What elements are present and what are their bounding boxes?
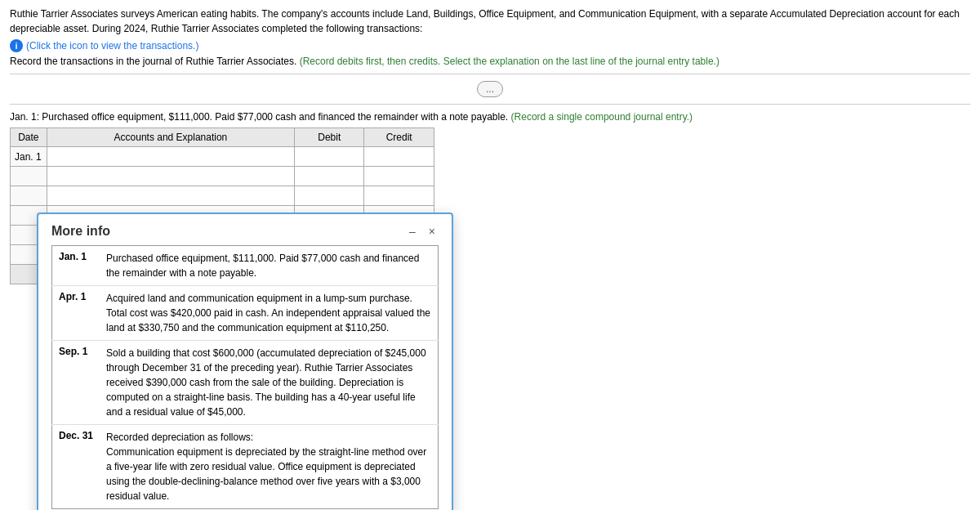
table-row	[11, 167, 434, 186]
table-row: Jan. 1	[11, 147, 434, 167]
date-header: Date	[11, 128, 47, 147]
accounts-cell-1[interactable]	[47, 147, 294, 167]
instruction-text: Record the transactions in the journal o…	[10, 56, 970, 67]
debit-header: Debit	[295, 128, 364, 147]
info-link[interactable]: (Click the icon to view the transactions…	[26, 40, 198, 51]
credit-input-3[interactable]	[364, 186, 434, 205]
accounts-input-2[interactable]	[47, 167, 294, 186]
date-cell-2	[11, 167, 47, 186]
modal-title: More info	[51, 224, 110, 239]
modal-minimize-button[interactable]: –	[406, 226, 419, 237]
credit-input-2[interactable]	[364, 167, 434, 186]
more-info-modal: More info – × Jan. 1 Purchased office eq…	[37, 212, 453, 304]
modal-entry-date: Jan. 1	[52, 246, 100, 286]
jan-label: Jan. 1: Purchased office equipment, $111…	[10, 111, 970, 123]
divider	[10, 74, 970, 74]
modal-entry-desc: Acquired land and communication equipmen…	[100, 286, 438, 305]
divider-2	[10, 104, 970, 105]
credit-input-1[interactable]	[364, 147, 434, 166]
modal-close-button[interactable]: ×	[425, 226, 439, 237]
modal-entry-row: Apr. 1 Acquired land and communication e…	[52, 286, 439, 305]
debit-input-2[interactable]	[295, 167, 363, 186]
credit-cell-1[interactable]	[364, 147, 434, 167]
info-table: Jan. 1 Purchased office equipment, $111,…	[51, 245, 439, 304]
date-cell-3	[11, 186, 47, 206]
info-icon[interactable]: i	[10, 39, 23, 52]
accounts-cell-2[interactable]	[47, 167, 294, 186]
credit-cell-3[interactable]	[364, 186, 434, 206]
table-row	[11, 186, 434, 206]
debit-input-3[interactable]	[295, 186, 363, 205]
accounts-input-3[interactable]	[47, 186, 294, 205]
debit-input-1[interactable]	[295, 147, 363, 166]
intro-section: Ruthie Tarrier Associates surveys Americ…	[10, 7, 970, 67]
date-cell: Jan. 1	[11, 147, 47, 167]
accounts-input-1[interactable]	[47, 147, 294, 166]
intro-text: Ruthie Tarrier Associates surveys Americ…	[10, 7, 970, 36]
credit-header: Credit	[364, 128, 434, 147]
modal-entry-row: Jan. 1 Purchased office equipment, $111,…	[52, 246, 439, 286]
accounts-cell-3[interactable]	[47, 186, 294, 206]
ellipsis-button[interactable]: ...	[477, 81, 503, 97]
modal-body: Jan. 1 Purchased office equipment, $111,…	[38, 245, 452, 304]
modal-controls: – ×	[406, 226, 439, 237]
modal-header: More info – ×	[38, 214, 452, 245]
credit-cell-2[interactable]	[364, 167, 434, 186]
debit-cell-3[interactable]	[295, 186, 364, 206]
modal-entry-date: Apr. 1	[52, 286, 100, 305]
debit-cell-1[interactable]	[295, 147, 364, 167]
modal-entry-desc: Purchased office equipment, $111,000. Pa…	[100, 246, 438, 286]
accounts-header: Accounts and Explanation	[47, 128, 294, 147]
debit-cell-2[interactable]	[295, 167, 364, 186]
